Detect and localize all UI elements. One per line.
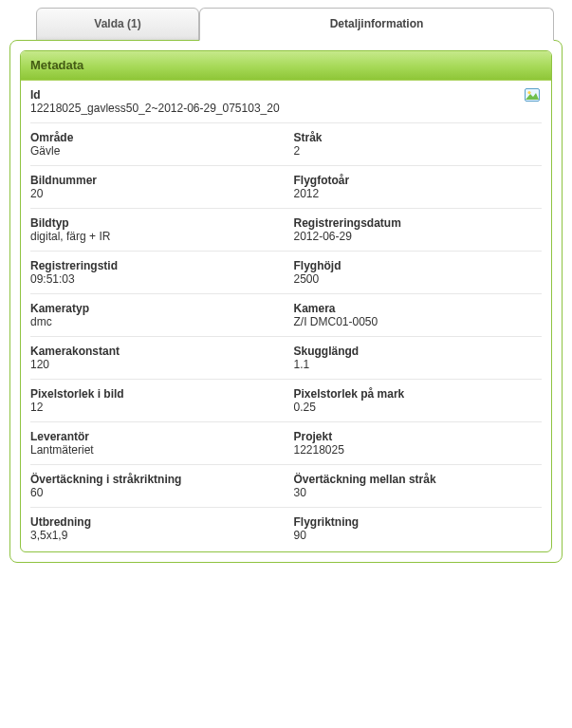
field-cell: Övertäckning mellan stråk30 xyxy=(286,473,543,499)
field-cell: Bildnummer20 xyxy=(30,174,286,200)
field-value: 60 xyxy=(30,486,281,499)
field-cell: Utbredning3,5x1,9 xyxy=(30,515,286,542)
metadata-row: Utbredning3,5x1,9Flygriktning90 xyxy=(30,508,542,550)
field-cell: Registreringstid09:51:03 xyxy=(30,259,286,286)
field-label: Kameratyp xyxy=(30,302,281,315)
field-label: Flyghöjd xyxy=(294,259,537,272)
metadata-row: Övertäckning i stråkriktning60Övertäckni… xyxy=(30,465,542,508)
field-cell: OmrådeGävle xyxy=(30,131,286,158)
field-value: Lantmäteriet xyxy=(30,443,281,457)
field-cell: LeverantörLantmäteriet xyxy=(30,430,286,457)
field-id: Id 12218025_gavless50_2~2012-06-29_07510… xyxy=(30,88,542,115)
field-value: 120 xyxy=(30,358,281,371)
field-value: 2 xyxy=(294,144,537,158)
field-cell: Pixelstorlek på mark0.25 xyxy=(286,387,543,414)
field-label: Stråk xyxy=(294,131,537,144)
field-id-value: 12218025_gavless50_2~2012-06-29_075103_2… xyxy=(30,102,536,115)
field-label: Flygfotoår xyxy=(294,174,537,187)
metadata-row: OmrådeGävleStråk2 xyxy=(30,123,542,166)
field-label: Övertäckning i stråkriktning xyxy=(30,473,281,486)
svg-point-1 xyxy=(527,91,530,94)
metadata-rows: OmrådeGävleStråk2Bildnummer20Flygfotoår2… xyxy=(30,123,542,550)
field-label: Registreringstid xyxy=(30,259,281,272)
tab-valda[interactable]: Valda (1) xyxy=(36,8,199,41)
field-cell: KameraZ/I DMC01-0050 xyxy=(286,302,543,328)
metadata-row: KameratypdmcKameraZ/I DMC01-0050 xyxy=(30,294,542,337)
metadata-row: LeverantörLantmäterietProjekt12218025 xyxy=(30,422,542,465)
tab-detaljinformation[interactable]: Detaljinformation xyxy=(199,8,554,41)
field-id-label: Id xyxy=(30,88,536,102)
field-label: Pixelstorlek på mark xyxy=(294,387,537,401)
field-label: Flygriktning xyxy=(294,515,537,529)
field-value: Z/I DMC01-0050 xyxy=(294,315,537,328)
field-cell: Flyghöjd2500 xyxy=(286,259,543,286)
field-value: dmc xyxy=(30,315,281,328)
field-cell: Kameratypdmc xyxy=(30,302,286,328)
field-value: 2012 xyxy=(294,187,537,200)
field-cell: Registreringsdatum2012-06-29 xyxy=(286,216,543,243)
field-label: Utbredning xyxy=(30,515,281,529)
field-value: 3,5x1,9 xyxy=(30,529,281,542)
metadata-body: Id 12218025_gavless50_2~2012-06-29_07510… xyxy=(21,81,551,551)
field-cell: Pixelstorlek i bild12 xyxy=(30,387,286,414)
field-value: 12 xyxy=(30,401,281,414)
field-label: Skugglängd xyxy=(294,345,537,358)
field-label: Projekt xyxy=(294,430,537,443)
field-cell: Projekt12218025 xyxy=(286,430,543,457)
field-cell: Flygriktning90 xyxy=(286,515,543,542)
metadata-row: Registreringstid09:51:03Flyghöjd2500 xyxy=(30,252,542,294)
field-value: 12218025 xyxy=(294,443,537,457)
field-cell: Kamerakonstant120 xyxy=(30,345,286,371)
field-label: Pixelstorlek i bild xyxy=(30,387,281,401)
field-value: 09:51:03 xyxy=(30,272,281,286)
detail-panel: Metadata Id 12218025_gavless50_2~2012-06… xyxy=(9,40,563,563)
field-label: Område xyxy=(30,131,281,144)
field-value: 2500 xyxy=(294,272,537,286)
field-label: Leverantör xyxy=(30,430,281,443)
field-cell: Flygfotoår2012 xyxy=(286,174,543,200)
field-value: 90 xyxy=(294,529,537,542)
field-value: 1.1 xyxy=(294,358,537,371)
metadata-row: Kamerakonstant120Skugglängd1.1 xyxy=(30,337,542,380)
field-value: 2012-06-29 xyxy=(294,230,537,243)
metadata-row: Pixelstorlek i bild12Pixelstorlek på mar… xyxy=(30,380,542,422)
field-value: 30 xyxy=(294,486,537,499)
field-cell: Skugglängd1.1 xyxy=(286,345,543,371)
field-label: Kamera xyxy=(294,302,537,315)
field-value: 0.25 xyxy=(294,401,537,414)
field-cell: Stråk2 xyxy=(286,131,543,158)
field-cell: Bildtypdigital, färg + IR xyxy=(30,216,286,243)
metadata-card: Metadata Id 12218025_gavless50_2~2012-06… xyxy=(20,50,552,552)
field-value: 20 xyxy=(30,187,281,200)
field-label: Övertäckning mellan stråk xyxy=(294,473,537,486)
field-value: Gävle xyxy=(30,144,281,158)
image-icon[interactable] xyxy=(525,88,540,102)
field-cell: Övertäckning i stråkriktning60 xyxy=(30,473,286,499)
metadata-row: Bildtypdigital, färg + IRRegistreringsda… xyxy=(30,209,542,252)
metadata-row-id: Id 12218025_gavless50_2~2012-06-29_07510… xyxy=(30,81,542,123)
field-label: Kamerakonstant xyxy=(30,345,281,358)
field-label: Registreringsdatum xyxy=(294,216,537,230)
metadata-row: Bildnummer20Flygfotoår2012 xyxy=(30,166,542,209)
field-label: Bildnummer xyxy=(30,174,281,187)
field-value: digital, färg + IR xyxy=(30,230,281,243)
page-root: Valda (1) Detaljinformation Metadata Id … xyxy=(0,6,572,572)
metadata-card-title: Metadata xyxy=(21,51,551,81)
tab-bar: Valda (1) Detaljinformation xyxy=(9,6,563,40)
field-label: Bildtyp xyxy=(30,216,281,230)
